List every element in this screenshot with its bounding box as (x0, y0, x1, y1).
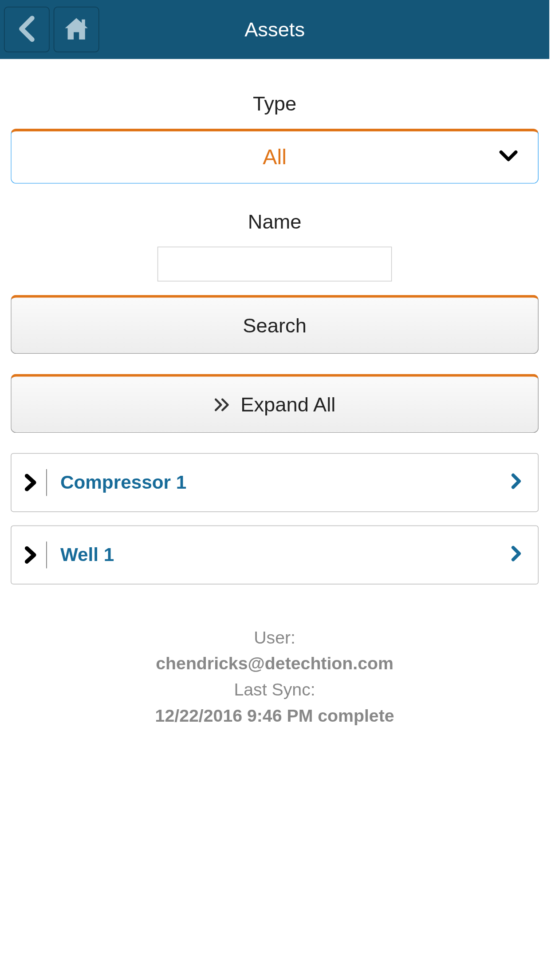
type-label: Type (11, 92, 539, 115)
name-label: Name (11, 210, 539, 233)
type-select[interactable]: All (11, 129, 539, 184)
chevron-right-icon (25, 474, 37, 491)
expand-all-button[interactable]: Expand All (11, 374, 539, 433)
search-button-label: Search (243, 314, 307, 336)
back-button[interactable] (4, 7, 50, 52)
chevron-down-icon (499, 150, 518, 164)
search-button[interactable]: Search (11, 295, 539, 354)
chevron-right-icon (511, 473, 522, 492)
asset-name: Well 1 (60, 544, 114, 565)
app-header: Assets (0, 0, 549, 59)
sync-label: Last Sync: (11, 677, 539, 703)
double-chevron-right-icon (214, 397, 232, 412)
chevron-right-icon (511, 545, 522, 564)
svg-rect-0 (82, 19, 85, 26)
footer-info: User: chendricks@detechtion.com Last Syn… (11, 624, 539, 729)
chevron-left-icon (17, 15, 36, 44)
asset-row[interactable]: Well 1 (11, 526, 539, 585)
sync-value: 12/22/2016 9:46 PM complete (11, 703, 539, 729)
page-title: Assets (244, 18, 305, 41)
expand-all-label: Expand All (240, 393, 335, 416)
divider (46, 541, 47, 568)
home-button[interactable] (54, 7, 99, 52)
user-label: User: (11, 624, 539, 651)
name-input[interactable] (157, 247, 392, 282)
type-select-value: All (263, 145, 287, 170)
user-value: chendricks@detechtion.com (11, 651, 539, 677)
chevron-right-icon (25, 546, 37, 564)
asset-row[interactable]: Compressor 1 (11, 453, 539, 512)
home-icon (63, 16, 90, 43)
content-area: Type All Name Search Expand All (0, 59, 549, 729)
divider (46, 469, 47, 496)
asset-name: Compressor 1 (60, 472, 186, 493)
